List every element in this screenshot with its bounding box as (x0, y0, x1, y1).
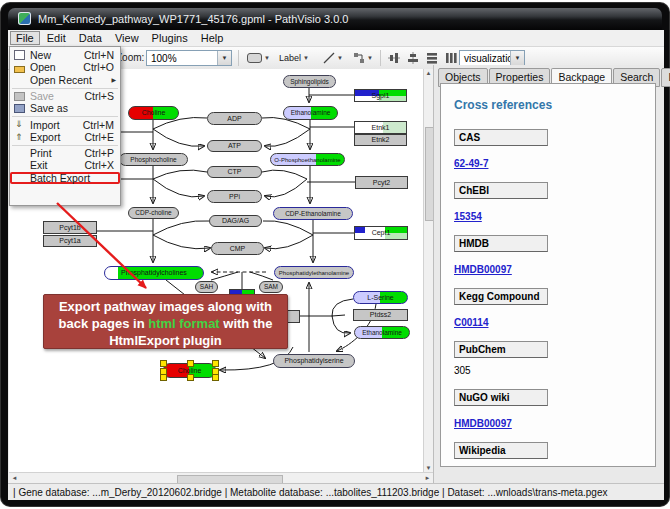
visualization-combobox[interactable]: visualization ▼ (459, 50, 525, 66)
connector-icon (353, 52, 365, 64)
file-menu-item-batch-export[interactable]: Batch Export (10, 172, 120, 184)
node-label: Choline (164, 367, 215, 374)
node-o-phosphoethanolamine[interactable]: O-Phosphoethanolamine (270, 153, 345, 166)
file-menu-item-new[interactable]: NewCtrl+N (10, 49, 120, 61)
menu-plugins[interactable]: Plugins (146, 31, 194, 45)
node-label: Sphingolipids (284, 78, 335, 85)
node-label: Pcyt2 (356, 179, 407, 186)
node-ptdss2[interactable]: Ptdss2 (353, 309, 408, 321)
menu-data[interactable]: Data (73, 31, 108, 45)
node-dag-ag[interactable]: DAG/AG (209, 215, 262, 227)
selection-handle[interactable] (160, 368, 167, 375)
line-tool-button[interactable]: ▼ (320, 49, 346, 67)
node-cmp[interactable]: CMP (211, 242, 264, 255)
menu-file[interactable]: File (10, 31, 40, 45)
node-label: CDP-Ethanolamine (274, 210, 352, 217)
import-icon (14, 119, 25, 130)
crossref-section-chebi: ChEBI15354 (454, 182, 655, 235)
scroll-left-icon[interactable]: ◄ (10, 475, 19, 481)
menu-view[interactable]: View (109, 31, 145, 45)
node-label: Ptdss2 (354, 311, 407, 318)
node-phosphatidylethanolamine[interactable]: Phosphatidylethanolamine (274, 266, 354, 279)
node-cdp-choline[interactable]: CDP-choline (128, 207, 179, 219)
node-sam[interactable]: SAM (259, 281, 283, 293)
node-ppi[interactable]: PPi (207, 190, 262, 203)
scroll-right-icon[interactable]: ► (423, 475, 432, 481)
node-atp[interactable]: ATP (207, 140, 262, 152)
annotation-box: Export pathway images along with back pa… (43, 294, 288, 349)
node-pcyt1a[interactable]: Pcyt1a (43, 235, 97, 247)
selection-handle[interactable] (212, 374, 219, 381)
node-pcyt2[interactable]: Pcyt2 (355, 176, 408, 189)
file-menu-item-exit[interactable]: ExitCtrl+X (10, 159, 120, 171)
crossref-link[interactable]: HMDB00097 (454, 418, 512, 429)
connector-tool-button[interactable]: ▼ (350, 49, 376, 67)
shortcut-label: Ctrl+X (85, 159, 116, 171)
selection-handle[interactable] (160, 360, 167, 367)
node-adp[interactable]: ADP (207, 112, 262, 125)
crossref-link[interactable]: 62-49-7 (454, 158, 488, 169)
node-cept1[interactable]: Cept1 (354, 226, 408, 240)
line-icon (323, 52, 335, 64)
zoom-value: 100% (151, 53, 177, 64)
menu-edit[interactable]: Edit (41, 31, 72, 45)
file-menu-item-open[interactable]: OpenCtrl+O (10, 61, 120, 73)
file-menu-item-print[interactable]: PrintCtrl+P (10, 147, 120, 159)
selection-handle[interactable] (160, 374, 167, 381)
crossref-link[interactable]: HMDB00097 (454, 264, 512, 275)
canvas-horizontal-scrollbar[interactable]: ◄ ► (9, 472, 433, 483)
node-ctp[interactable]: CTP (207, 166, 262, 178)
node-phosphatidylcholines[interactable]: Phosphatidylcholines (104, 266, 204, 280)
file-menu-item-import[interactable]: ImportCtrl+M (10, 119, 120, 131)
status-text: | Gene database: ...m_Derby_20120602.bri… (13, 487, 607, 498)
node-sah[interactable]: SAH (195, 281, 218, 293)
shortcut-label: Ctrl+S (85, 90, 116, 102)
align-horizontal-center-button[interactable] (404, 49, 422, 67)
file-menu: NewCtrl+NOpenCtrl+OOpen Recent▶SaveCtrl+… (9, 46, 121, 206)
crossref-link[interactable]: 15354 (454, 211, 482, 222)
node-label: Cept1 (355, 229, 407, 236)
selection-handle[interactable] (212, 360, 219, 367)
chevron-down-icon[interactable]: ▼ (510, 51, 524, 65)
selection-handle[interactable] (187, 360, 194, 367)
node-sgpl1[interactable]: Sgpl1 (354, 89, 407, 102)
datanode-button[interactable]: ▼ (244, 49, 273, 67)
scroll-up-icon[interactable]: ▲ (424, 70, 433, 76)
node-choline-selected[interactable]: Choline (163, 363, 216, 378)
icon-spacer (14, 173, 25, 184)
node-label: Pcyt1a (44, 237, 96, 244)
file-menu-item-open-recent[interactable]: Open Recent▶ (10, 74, 120, 86)
node-sphingolipids[interactable]: Sphingolipids (283, 75, 336, 88)
label-tool-button[interactable]: Label▼ (276, 49, 312, 67)
menu-separator (12, 145, 118, 146)
node-ethanolamine-bottom[interactable]: Ethanolamine (354, 326, 410, 339)
node-etnk1[interactable]: Etnk1 (354, 121, 407, 134)
menu-help[interactable]: Help (195, 31, 230, 45)
node-pcyt1b[interactable]: Pcyt1b (43, 221, 97, 234)
scroll-down-icon[interactable]: ▼ (424, 465, 433, 471)
node-l-serine[interactable]: L-Serine (353, 291, 408, 304)
node-ethanolamine-top[interactable]: Ethanolamine (283, 106, 338, 120)
chevron-down-icon[interactable]: ▼ (217, 51, 231, 65)
file-menu-item-save[interactable]: SaveCtrl+S (10, 90, 120, 102)
shortcut-label: Ctrl+E (85, 131, 116, 143)
file-menu-item-export[interactable]: ExportCtrl+E (10, 131, 120, 143)
node-etnk2[interactable]: Etnk2 (354, 134, 407, 146)
sidebar: ObjectsPropertiesBackpageSearchLegend Cr… (433, 65, 664, 483)
node-label: Choline (129, 109, 178, 116)
selection-handle[interactable] (187, 374, 194, 381)
file-menu-item-save-as[interactable]: Save as (10, 102, 120, 114)
align-vertical-center-button[interactable] (385, 49, 403, 67)
screenshot-stage: Mm_Kennedy_pathway_WP1771_45176.gpml - P… (0, 0, 670, 509)
crossref-header: ChEBI (454, 182, 548, 199)
node-phosphocholine[interactable]: Phosphocholine (119, 153, 188, 166)
scrollbar-thumb[interactable] (425, 127, 433, 221)
crossref-link[interactable]: C00114 (454, 317, 488, 328)
node-choline-top[interactable]: Choline (128, 106, 179, 120)
zoom-combobox[interactable]: 100% ▼ (146, 50, 232, 66)
file-menu-item-label: Print (30, 147, 52, 159)
tab-legend[interactable]: Legend (661, 68, 670, 87)
node-phosphatidylserine[interactable]: Phosphatidylserine (273, 354, 355, 368)
node-cdp-ethanolamine[interactable]: CDP-Ethanolamine (273, 207, 353, 220)
canvas-vertical-scrollbar[interactable]: ▲ ▼ (423, 69, 433, 472)
